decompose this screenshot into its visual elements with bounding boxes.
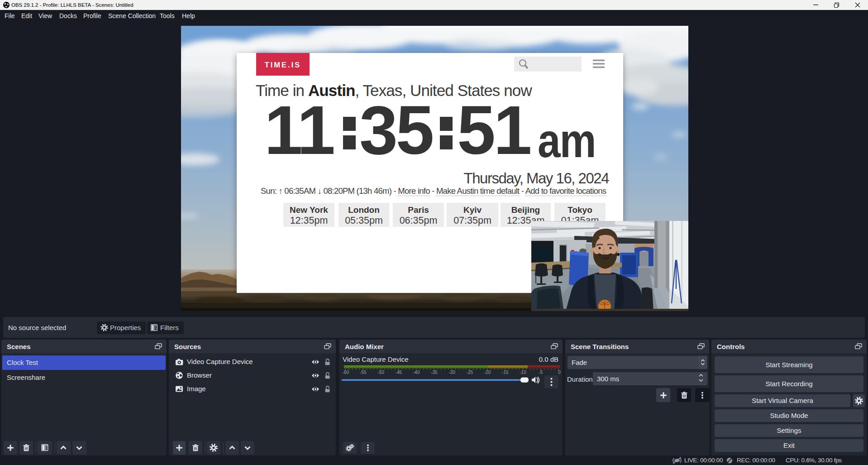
svg-text:-5: -5 [539, 370, 543, 375]
svg-text:-40: -40 [413, 370, 420, 375]
svg-text:-20: -20 [484, 370, 491, 375]
svg-text:-55: -55 [360, 370, 367, 375]
svg-text:-25: -25 [467, 370, 473, 375]
svg-text:-35: -35 [431, 370, 438, 375]
svg-text:-30: -30 [448, 370, 455, 375]
svg-text:-10: -10 [520, 370, 526, 375]
svg-text:-45: -45 [396, 370, 402, 375]
svg-text:0: 0 [558, 370, 561, 375]
svg-text:-50: -50 [377, 370, 384, 375]
svg-text:-15: -15 [502, 370, 509, 375]
svg-text:-60: -60 [343, 370, 349, 375]
